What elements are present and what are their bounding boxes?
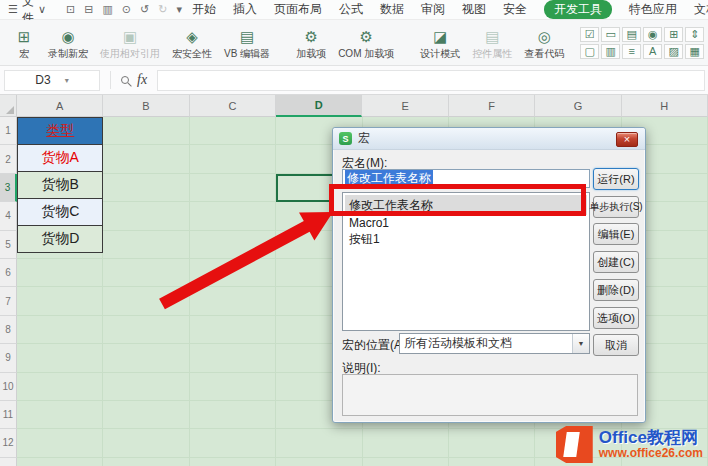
row-header[interactable]: 4 (0, 202, 17, 230)
image-control-icon[interactable]: ▨ (664, 44, 683, 59)
com-addins-icon: ⚙ (359, 29, 372, 45)
macro-list-item[interactable]: 按钮1 (345, 231, 587, 247)
menu-tab[interactable]: 安全 (503, 1, 527, 18)
preview-icon[interactable]: ▥ (102, 3, 112, 16)
description-box (342, 374, 638, 416)
record-macro-icon: ◉ (61, 29, 74, 45)
more-controls-icon[interactable]: ▦ (685, 44, 704, 59)
menu-tab[interactable]: 公式 (339, 1, 363, 18)
column-header[interactable]: G (535, 95, 621, 117)
ribbon-button[interactable]: ◪ 设计模式 (414, 29, 466, 61)
column-header[interactable]: B (103, 95, 189, 117)
macro-list-item[interactable]: Macro1 (345, 215, 587, 231)
save-icon[interactable]: ⊡ (66, 3, 75, 16)
close-icon[interactable]: × (616, 132, 638, 147)
label-control-icon[interactable]: A (643, 44, 662, 59)
ribbon-button[interactable]: ▣ 使用相对引用 (94, 29, 166, 61)
column-header[interactable]: D (276, 95, 362, 117)
menu-tab[interactable]: 开始 (192, 1, 216, 18)
row-header[interactable]: 5 (0, 231, 17, 259)
row-headers: 12345678910111213 (0, 117, 17, 466)
table-cell[interactable]: 货物C (17, 198, 103, 226)
row-header[interactable]: 7 (0, 287, 17, 315)
row-header[interactable]: 10 (0, 373, 17, 401)
formula-input[interactable] (157, 70, 705, 91)
menu-tab[interactable]: 审阅 (421, 1, 445, 18)
name-box[interactable]: D3 ▾ (4, 70, 100, 91)
ribbon-button[interactable]: ⊞ 宏 (6, 29, 42, 61)
fx-icon[interactable]: fx (137, 72, 147, 88)
ribbon-button[interactable]: ◎ 查看代码 (518, 29, 570, 61)
menu-tab[interactable]: 特色应用 (629, 1, 677, 18)
zoom-formula-icon[interactable] (121, 76, 129, 84)
menu-tab[interactable]: 视图 (462, 1, 486, 18)
dialog-button[interactable]: 编辑(E) (593, 223, 639, 245)
table-cell[interactable]: 货物D (17, 225, 103, 253)
macro-location-dropdown[interactable]: 所有活动模板和文档 ▼ (399, 333, 590, 354)
row-header[interactable]: 13 (0, 458, 17, 466)
office-logo-icon (556, 426, 593, 463)
column-header[interactable]: H (622, 95, 708, 117)
menu-tab[interactable]: 数据 (380, 1, 404, 18)
row-header[interactable]: 1 (0, 117, 17, 145)
menu-tab[interactable]: 插入 (233, 1, 257, 18)
dialog-button[interactable]: 单步执行(S) (593, 196, 639, 218)
column-header[interactable]: A (17, 95, 103, 117)
dialog-button[interactable]: 选项(O) (593, 307, 639, 329)
find-icon[interactable]: ⊙ (122, 3, 131, 16)
combo-arrow-icon[interactable]: ▼ (572, 334, 589, 353)
hamburger-icon: ☰ (8, 3, 18, 16)
ribbon-group-addins: ⚙ 加载项 ⚙ COM 加载项 (290, 22, 400, 64)
row-header[interactable]: 9 (0, 344, 17, 372)
row-header[interactable]: 12 (0, 429, 17, 457)
view-code-icon: ◎ (538, 29, 551, 45)
column-header[interactable]: E (362, 95, 448, 117)
select-all-corner[interactable] (0, 95, 17, 117)
redo-icon[interactable]: ↻ (158, 3, 167, 16)
textfield-control-icon[interactable]: ⊞ (664, 27, 683, 42)
groupbox-control-icon[interactable]: ▢ (580, 44, 599, 59)
ribbon-button[interactable]: ▤ 控件属性 (466, 29, 518, 61)
toolbar-more-icon[interactable]: ▾ (176, 3, 182, 16)
table-cell[interactable]: 货物A (17, 144, 103, 172)
ribbon-button[interactable]: ⚙ 加载项 (290, 29, 332, 61)
dialog-titlebar[interactable]: S 宏 × (333, 128, 645, 150)
watermark-site-url: www.office26.com (599, 447, 703, 460)
wps-logo-icon: S (339, 132, 352, 145)
row-header[interactable]: 6 (0, 259, 17, 287)
combobox-control-icon[interactable]: ▤ (622, 27, 641, 42)
column-headers: ABCDEFGH (0, 95, 708, 117)
control-properties-icon: ▤ (485, 29, 499, 45)
table-cell[interactable]: 类型 (17, 117, 103, 145)
table-cell[interactable]: 货物B (17, 171, 103, 199)
column-header[interactable]: F (449, 95, 535, 117)
listbox-control-icon[interactable]: ≡ (622, 44, 641, 59)
dialog-button[interactable]: 创建(C) (593, 251, 639, 273)
option-control-icon[interactable]: ◉ (643, 27, 662, 42)
ribbon-button[interactable]: ◉ 录制新宏 (42, 29, 94, 61)
column-header-list: ABCDEFGH (17, 95, 708, 117)
row-header[interactable]: 8 (0, 316, 17, 344)
watermark: Office教程网 www.office26.com (556, 426, 703, 463)
ribbon: ⊞ 宏 ◉ 录制新宏 ▣ 使用相对引用 ◈ 宏安全性 ▤ VB 编辑器 ⚙ 加载… (0, 20, 708, 66)
ribbon-button[interactable]: ▤ VB 编辑器 (218, 29, 276, 61)
row-header[interactable]: 2 (0, 145, 17, 173)
scrollbar-control-icon[interactable]: ▥ (601, 44, 620, 59)
dialog-button[interactable]: 删除(D) (593, 279, 639, 301)
data-table: 类型货物A货物B货物C货物D (17, 117, 103, 253)
ribbon-button[interactable]: ⚙ COM 加载项 (332, 29, 400, 61)
print-icon[interactable]: ⊟ (84, 3, 93, 16)
checkbox-control-icon[interactable]: ☑ (580, 27, 599, 42)
undo-icon[interactable]: ↺ (140, 3, 149, 16)
column-header[interactable]: C (190, 95, 276, 117)
menu-tab[interactable]: 页面布局 (274, 1, 322, 18)
dialog-button[interactable]: 取消 (593, 334, 639, 356)
dialog-button[interactable]: 运行(R) (593, 168, 639, 190)
button-control-icon[interactable]: ▭ (601, 27, 620, 42)
menu-tab[interactable]: 开发工具 (544, 0, 612, 19)
row-header[interactable]: 3 (0, 174, 17, 202)
menu-tab[interactable]: 文档助手 (694, 1, 708, 18)
spin-control-icon[interactable]: ⇕ (685, 27, 704, 42)
row-header[interactable]: 11 (0, 401, 17, 429)
ribbon-button[interactable]: ◈ 宏安全性 (166, 29, 218, 61)
